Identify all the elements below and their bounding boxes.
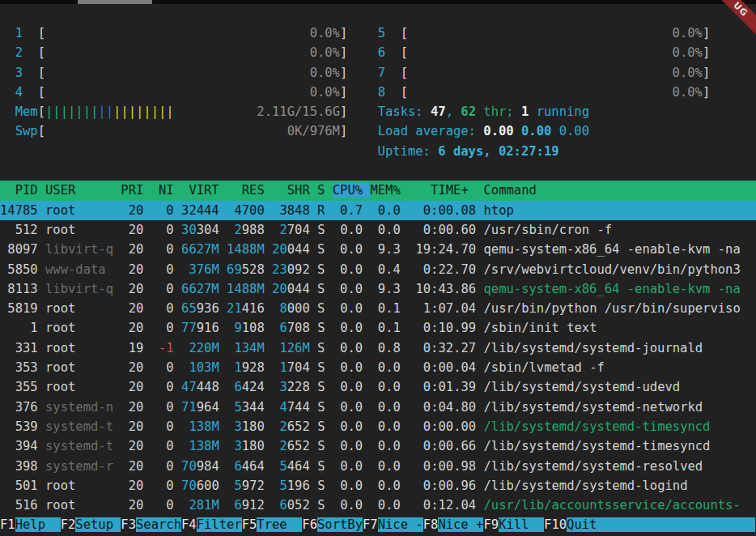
fkey-label-quit[interactable]: Quit [567,517,755,532]
column-header-mem[interactable]: MEM% [370,183,400,198]
cell-user: libvirt-q [45,282,113,296]
process-row-331[interactable]: 331 root 19 -1 220M 134M 126M S 0.0 0.8 … [0,338,756,358]
cell-virt: 220M [189,341,219,355]
column-header-time[interactable]: TIME+ [408,183,476,198]
process-row-501[interactable]: 501 root 20 0 70600 5972 5196 S 0.0 0.0 … [0,476,756,496]
tasks-summary-segment: thr; [476,104,521,119]
cell-ni: 0 [151,380,174,394]
cell-mem: 0.1 [370,321,400,335]
cell-pri: 20 [121,439,143,453]
fkey-label-setup[interactable]: Setup [75,517,121,532]
fkey-label-nice--[interactable]: Nice - [378,517,423,532]
fkey-f3[interactable]: F3 [121,517,136,532]
column-header-res[interactable]: RES [227,183,265,198]
process-row-398[interactable]: 398 systemd-r 20 0 70984 6464 5464 S 0.0… [0,457,756,476]
cell-time: 0:04.80 [408,400,476,415]
fkey-f1[interactable]: F1 [0,517,15,532]
fkey-f9[interactable]: F9 [483,517,499,532]
fkey-label-tree[interactable]: Tree [257,517,302,532]
cell-shr: 2 [279,439,287,453]
fkey-f10[interactable]: F10 [544,517,567,532]
fkey-label-sortby[interactable]: SortBy [317,517,363,532]
column-header-pid[interactable]: PID [0,183,38,198]
cell-cpu: 0.0 [333,479,363,493]
fkey-f6[interactable]: F6 [302,517,317,532]
tasks-summary-segment: 47 [431,104,446,119]
column-header-cpu-sort-active[interactable]: CPU% [333,183,371,198]
cpu-meter-value-6: 0.0% [408,45,703,60]
cell-shr: 3848 [279,203,309,218]
cell-user: root [45,223,113,237]
cell-pid: 398 [0,459,38,474]
cell-user: root [45,301,113,316]
cpu-meter-open-bracket-7: [ [401,66,408,80]
cell-virt: 32444 [181,203,219,218]
cell-time: 0:00.04 [408,360,476,375]
column-header-ni[interactable]: NI [151,183,174,198]
cell-command: qemu-system-x86_64 -enable-kvm -na [483,282,740,296]
load-average-segment: 0.00 [483,124,521,138]
cpu-label-3: 3 [15,66,38,80]
cpu-meter-row-4: 4 [ 0.0%] 8 [ 0.0%] [0,83,756,102]
cell-res: 1488M [227,242,265,257]
cell-cpu: 0.0 [333,439,363,453]
process-row-5819[interactable]: 5819 root 20 0 65936 21416 8000 S 0.0 0.… [0,299,756,318]
cell-mem: 0.0 [370,400,400,415]
column-header-pri[interactable]: PRI [121,183,143,198]
cell-command: /usr/bin/python /usr/bin/superviso [483,301,740,316]
cell-mem: 0.1 [370,301,400,316]
swap-value: 0K/976M [45,124,340,138]
process-row-14785[interactable]: 14785 root 20 0 32444 4700 3848 R 0.7 0.… [0,201,756,220]
cell-ni: 0 [151,419,174,434]
fkey-label-search[interactable]: Search [136,517,181,532]
process-row-5850[interactable]: 5850 www-data 20 0 376M 69528 23092 S 0.… [0,260,756,279]
cpu-meter-close-bracket-6: ] [703,45,710,60]
fkey-f7[interactable]: F7 [363,517,378,532]
cpu-meter-close-bracket-1: ] [340,26,347,40]
cpu-meter-close-bracket-3: ] [340,66,347,80]
uptime-segment: Uptime: [378,144,439,159]
memory-meter-row: Mem[||||||||||||||||| 2.11G/15.6G] Tasks… [0,102,756,121]
fkey-f8[interactable]: F8 [423,517,439,532]
process-row-516[interactable]: 516 root 20 0 281M 6912 6052 S 0.0 0.0 0… [0,496,756,515]
fkey-f2[interactable]: F2 [61,517,76,532]
cell-command: /usr/sbin/cron -f [484,223,613,237]
top-scrollbar-thumb[interactable] [78,0,152,4]
fkey-label-nice-+[interactable]: Nice + [438,517,483,532]
fkey-f5[interactable]: F5 [242,517,257,532]
cell-command: /lib/systemd/systemd-resolved [484,459,703,474]
cell-pid: 353 [0,360,38,375]
cell-shr: 126M [279,341,309,355]
column-header-row: PID USER PRI NI VIRT RES SHR S CPU% MEM%… [0,181,756,200]
process-row-8097[interactable]: 8097 libvirt-q 20 0 6627M 1488M 20044 S … [0,240,756,259]
process-row-394[interactable]: 394 systemd-t 20 0 138M 3180 2652 S 0.0 … [0,436,756,456]
process-row-353[interactable]: 353 root 20 0 103M 1928 1704 S 0.0 0.0 0… [0,358,756,377]
cell-user: root [45,479,113,493]
process-row-539[interactable]: 539 systemd-t 20 0 138M 3180 2652 S 0.0 … [0,417,756,436]
cell-user: systemd-t [45,419,113,434]
cell-time: 10:43.86 [408,282,476,296]
process-row-1[interactable]: 1 root 20 0 77916 9108 6708 S 0.0 0.1 0:… [0,318,756,338]
cell-time: 0:00.66 [408,439,476,453]
fkey-label-help[interactable]: Help [15,517,61,532]
process-row-376[interactable]: 376 systemd-n 20 0 71964 5344 4744 S 0.0… [0,398,756,417]
process-row-512[interactable]: 512 root 20 0 30304 2988 2704 S 0.0 0.0 … [0,220,756,240]
fkey-label-filter[interactable]: Filter [197,517,242,532]
column-header-command[interactable]: Command [483,183,536,198]
process-row-355[interactable]: 355 root 20 0 47448 6424 3228 S 0.0 0.0 … [0,377,756,397]
cell-virt: 65 [181,301,197,316]
cell-res: 1 [234,360,241,375]
column-header-user[interactable]: USER [45,183,113,198]
cell-time: 0:32.27 [408,341,476,355]
cell-res: 6 [234,498,241,513]
tasks-summary-segment: , [446,104,461,119]
fkey-f4[interactable]: F4 [181,517,197,532]
column-header-shr[interactable]: SHR [272,183,310,198]
cell-command: /lib/systemd/systemd-networkd [484,400,703,415]
fkey-label-kill[interactable]: Kill [499,517,544,532]
column-header-virt[interactable]: VIRT [181,183,219,198]
memory-bar-green: ||||||| [45,104,98,119]
process-row-8113[interactable]: 8113 libvirt-q 20 0 6627M 1488M 20044 S … [0,279,756,299]
cpu-label-6: 6 [378,45,401,60]
cell-mem: 0.0 [370,439,400,453]
